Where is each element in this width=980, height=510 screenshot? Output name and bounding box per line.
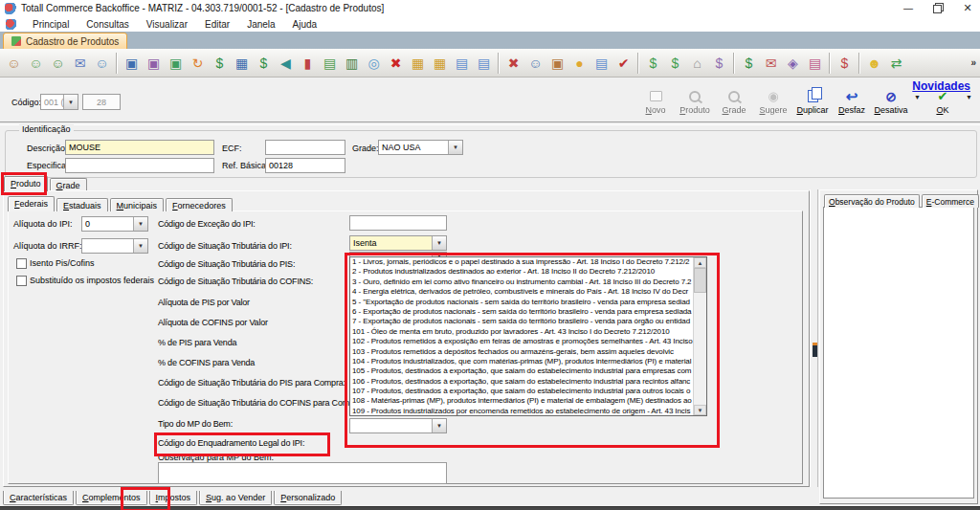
aliquota-irrf-combo[interactable]: ▼ [81,238,148,254]
desativa-button[interactable]: ⊘Desativa [875,88,907,115]
list-item[interactable]: 3 - Ouro, definido em lei como ativo fin… [350,277,706,287]
cst-ipi-combo[interactable]: Isenta ▼ [349,235,447,251]
cost-table-icon[interactable]: ▦ [429,52,451,75]
tab-sug-ao-vender[interactable]: Sug. ao Vender [199,491,272,505]
list-item[interactable]: 105 - Produtos, destinados à exportação,… [350,366,706,376]
customer-add-icon[interactable]: ☺ [91,52,113,75]
product-flag-icon[interactable]: ▮ [297,52,319,75]
exchange-dollar-icon[interactable]: $ [834,52,856,75]
list-item[interactable]: 102 - Produtos remetidos à exposição em … [350,337,706,346]
list-item[interactable]: 5 - ''Exportação de produtos nacionais -… [350,298,706,307]
product-dollar-icon[interactable]: $ [253,52,275,75]
list-item[interactable]: 6 - Exportação de produtos nacionais - s… [350,307,706,317]
excecao-ipi-field[interactable] [349,215,447,231]
chevron-down-icon[interactable]: ▼ [448,141,462,154]
menu-item-visualizar[interactable]: Visualizar [138,18,196,31]
tab-fornecedores[interactable]: Fornecedores [166,198,233,211]
tab-grade[interactable]: Grade [50,178,87,191]
menu-item-editar[interactable]: Editar [196,18,238,31]
menu-item-janela[interactable]: Janela [238,18,283,31]
checklist-icon[interactable]: ✔ [612,52,635,75]
list-item[interactable]: 7 - Exportação de produtos nacionais - s… [350,317,706,326]
tab-produto[interactable]: Produto [4,176,48,191]
menu-item-principal[interactable]: Principal [24,18,78,31]
stock-box-icon[interactable]: ▣ [546,52,568,75]
bank-icon[interactable]: ⌂ [686,52,708,75]
menu-item-consultas[interactable]: Consultas [78,18,137,31]
tab-federais[interactable]: Federais [8,196,55,211]
splitter-handle-icon[interactable] [813,343,817,357]
observacao-produto-textarea[interactable] [823,207,974,499]
product-calc-icon[interactable]: ▤ [319,52,341,75]
enquadramento-legal-ipi-combo[interactable]: ▼ [349,418,447,433]
dropdown-arrow-icon[interactable]: ▼ [914,94,921,100]
list-item[interactable]: 4 - Energia elétrica, derivados de petró… [350,287,706,297]
detail-list-icon[interactable]: ▤ [451,52,473,75]
clear-search-icon[interactable]: ✖ [502,52,524,75]
tab-municipais[interactable]: Municipais [110,198,165,211]
chat-icon[interactable]: ☻ [863,52,885,75]
customers-group-icon[interactable]: ☺ [47,52,69,75]
list-item[interactable]: 103 - Produtos remetidos a depósitos fec… [350,347,706,357]
codigo-number-field[interactable]: 28 [82,94,121,110]
tab-caracter-sticas[interactable]: Características [3,491,74,505]
product-disc-icon[interactable]: ◎ [363,52,385,75]
list-item[interactable]: 107 - Produtos, destinados à exportação,… [350,387,706,396]
close-icon[interactable]: ✕ [957,1,978,15]
list-item[interactable]: 101 - Óleo de menta em bruto, produzido … [350,327,706,337]
aliquota-ipi-combo[interactable]: 0 ▼ [81,216,148,232]
especificacao-field[interactable] [65,158,214,173]
isento-pis-cofins-checkbox[interactable] [16,258,27,269]
chevron-down-icon[interactable]: ▼ [63,95,78,109]
product-add-icon[interactable]: ▣ [165,52,187,75]
chevron-down-icon[interactable]: ▼ [133,217,147,231]
customers-icon[interactable]: ☺ [3,52,25,75]
customer-edit-icon[interactable]: ☺ [25,52,47,75]
substituido-impostos-checkbox[interactable] [16,276,27,286]
network-icon[interactable]: ◈ [782,52,804,75]
clipboard-dollar-icon[interactable]: $ [664,52,686,75]
product-cube-icon[interactable]: ▣ [121,52,143,75]
scrollbar-thumb[interactable] [694,268,706,293]
restore-icon[interactable] [926,1,947,15]
tab-impostos[interactable]: Impostos [149,491,198,505]
descricao-field[interactable]: MOUSE [65,140,214,155]
product-price-icon[interactable]: $ [209,52,231,75]
delete-icon[interactable]: ✖ [385,52,407,75]
gift-dollar-icon[interactable]: $ [708,52,730,75]
list-item[interactable]: 109 - Produtos industrializados por enco… [350,407,706,416]
currency-exchange-icon[interactable]: ⇄ [885,52,907,75]
products-icon[interactable]: ▦ [231,52,253,75]
list-item[interactable]: 106 - Produtos, destinados à exportação,… [350,377,706,387]
ecf-field[interactable] [265,140,345,155]
list-scrollbar[interactable]: ▲ ▼ [693,257,706,415]
panel-splitter[interactable] [810,189,818,487]
grade-combo[interactable]: NAO USA ▼ [378,140,463,155]
list-item[interactable]: 2 - Produtos industrializados destinados… [350,267,706,277]
ref-basica-field[interactable]: 00128 [265,158,345,173]
detail-list2-icon[interactable]: ▤ [473,52,495,75]
sale-dollar-icon[interactable]: $ [738,52,760,75]
product-return-icon[interactable]: ◀ [275,52,297,75]
doc-search-icon[interactable]: ▤ [804,52,826,75]
desfaz-button[interactable]: ↩Desfaz [835,88,868,115]
tab-e-commerce[interactable]: E-Commerce [922,194,979,208]
tab-complementos[interactable]: Complementos [76,491,147,505]
ok-button[interactable]: ✔OK [926,88,959,115]
tab-estaduais[interactable]: Estaduais [56,198,108,211]
note-dollar-icon[interactable]: $ [642,52,664,75]
refresh-icon[interactable]: ↻ [187,52,209,75]
chevron-down-icon[interactable]: ▼ [432,419,446,432]
duplicar-button[interactable]: Duplicar [796,88,829,115]
customer-mail-icon[interactable]: ✉ [69,52,91,75]
card-list-icon[interactable]: ▤ [590,52,612,75]
product-book-icon[interactable]: ▥ [341,52,363,75]
chevron-down-icon[interactable]: ▼ [432,236,446,250]
coins-icon[interactable]: ● [568,52,590,75]
list-item[interactable]: 108 - Matérias-primas (MP), produtos int… [350,396,706,406]
chevron-down-icon[interactable]: ▼ [133,239,147,253]
price-table-icon[interactable]: ▦ [407,52,429,75]
tab-observa-o-do-produto[interactable]: Observação do Produto [824,194,920,208]
observacao-mp-textarea[interactable] [158,462,447,484]
tab-cadastro-de-produtos[interactable]: Cadastro de Produtos [3,33,127,50]
